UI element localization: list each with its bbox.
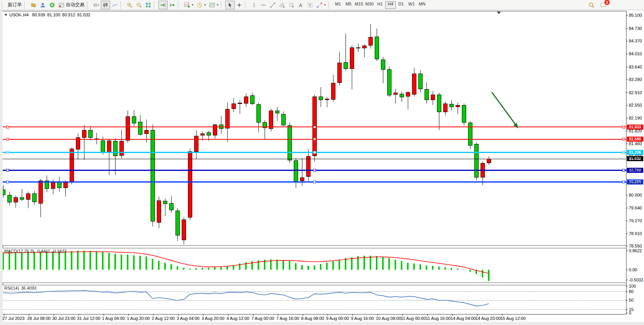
toolbar-grip xyxy=(245,2,248,9)
tab-timeframe-mn[interactable]: MN xyxy=(417,1,427,9)
line-chart-button[interactable] xyxy=(110,1,119,9)
macd-bar xyxy=(432,266,433,270)
tab-timeframe-w1[interactable]: W1 xyxy=(406,1,417,9)
macd-bar xyxy=(395,260,396,270)
text-icon: A xyxy=(298,2,304,8)
price-tick xyxy=(626,170,628,170)
macd-bar xyxy=(9,252,10,270)
community-button[interactable] xyxy=(38,1,47,9)
pane-separator[interactable] xyxy=(3,283,626,283)
pane-separator[interactable] xyxy=(3,245,626,246)
price-tick xyxy=(626,93,628,93)
macd-bar xyxy=(65,251,66,270)
templates-button[interactable]: ▾ xyxy=(207,1,220,9)
autotrading-button[interactable]: 自动交易 xyxy=(57,1,86,9)
price-tick xyxy=(626,183,628,183)
macd-bar xyxy=(239,264,240,270)
ohlc-open: 80.939 xyxy=(32,12,46,17)
zoom-out-button[interactable] xyxy=(134,1,144,9)
time-tick-label: 11 Aug 00:00 xyxy=(401,316,426,321)
bar-chart-button[interactable] xyxy=(91,1,101,9)
rsi-level-line xyxy=(3,309,626,310)
tab-timeframe-m1[interactable]: M1 xyxy=(333,1,343,9)
time-tick xyxy=(353,314,353,316)
equidistant-channel-button[interactable]: E xyxy=(277,1,287,9)
macd-bar xyxy=(469,270,471,272)
macd-label: MACD(12,26,9) xyxy=(4,249,34,253)
macd-pane[interactable] xyxy=(3,248,626,283)
line-chart-icon xyxy=(112,2,118,8)
periods-button[interactable]: ▾ xyxy=(195,1,207,9)
time-tick xyxy=(278,314,278,316)
search-button[interactable] xyxy=(587,1,596,9)
auto-scroll-button[interactable] xyxy=(158,1,168,9)
macd-bar xyxy=(426,265,427,270)
chevron-down-icon: ▾ xyxy=(324,3,326,7)
vertical-line-button[interactable] xyxy=(249,1,259,9)
rsi-level-line xyxy=(3,292,626,292)
chart-shift-button[interactable] xyxy=(168,1,177,9)
macd-bar xyxy=(457,269,458,270)
macd-bar xyxy=(195,268,197,270)
time-axis[interactable]: 27 Jul 202328 Jul 08:0030 Jul 23:0031 Ju… xyxy=(0,314,644,322)
tab-timeframe-m5[interactable]: M5 xyxy=(343,1,354,9)
macd-bar xyxy=(226,266,228,270)
text-button[interactable]: A xyxy=(296,1,305,9)
one-click-trading-icon[interactable] xyxy=(4,14,7,16)
time-tick xyxy=(128,314,129,316)
tab-timeframe-h4[interactable]: H4 xyxy=(385,1,396,9)
tab-timeframe-m15[interactable]: M15 xyxy=(354,1,364,9)
tab-timeframe-m30[interactable]: M30 xyxy=(364,1,375,9)
cursor-icon xyxy=(227,2,233,8)
signals-button[interactable] xyxy=(47,1,57,9)
price-tick xyxy=(626,221,628,221)
time-tick xyxy=(303,314,303,316)
time-tick-label: 31 Jul 12:00 xyxy=(77,316,100,321)
macd-scale-tick xyxy=(626,270,628,270)
trend-arrow[interactable] xyxy=(3,11,626,245)
crosshair-button[interactable] xyxy=(235,1,244,9)
macd-bar xyxy=(482,270,483,278)
price-axis[interactable]: 81.93381.58081.20680.70080.36981.03285.1… xyxy=(626,0,644,325)
macd-bar xyxy=(488,270,490,281)
fibonacci-button[interactable]: F xyxy=(287,1,296,9)
chart-header: USOil-,H4 80.939 81.100 80.912 81.032 xyxy=(4,12,90,17)
new-order-button[interactable]: 新订单 xyxy=(6,1,23,9)
tab-timeframe-d1[interactable]: D1 xyxy=(396,1,406,9)
text-label-button[interactable]: T xyxy=(305,1,315,9)
main-chart-pane[interactable] xyxy=(3,11,626,245)
macd-bar xyxy=(170,264,172,270)
market-button[interactable] xyxy=(29,1,38,9)
text-label-icon: T xyxy=(307,2,313,8)
macd-bar xyxy=(46,251,47,270)
arrow-objects-button[interactable]: ▾ xyxy=(315,1,327,9)
price-tick-label: 85.100 xyxy=(629,13,642,18)
macd-bar xyxy=(3,252,4,270)
chat-button[interactable]: 1 xyxy=(598,1,609,9)
macd-scale-tick xyxy=(626,280,628,280)
time-tick-label: 11 Aug 16:00 xyxy=(426,316,451,321)
chart-shift-marker[interactable] xyxy=(497,12,501,14)
time-tick-label: 9 Aug 00:00 xyxy=(326,316,349,321)
tile-windows-button[interactable] xyxy=(144,1,153,9)
price-tick-label: 84.370 xyxy=(629,39,642,43)
macd-bar xyxy=(108,253,110,270)
rsi-pane[interactable] xyxy=(3,285,626,314)
tab-timeframe-h1[interactable]: H1 xyxy=(375,1,385,9)
macd-bar xyxy=(407,263,409,270)
macd-bar xyxy=(96,251,97,270)
add-indicator-button[interactable]: ▾ xyxy=(182,1,195,9)
macd-bar xyxy=(83,251,85,270)
cursor-button[interactable] xyxy=(225,1,235,9)
macd-bar xyxy=(183,268,184,270)
rsi-scale-tick xyxy=(626,309,628,310)
trendline-button[interactable] xyxy=(268,1,277,9)
toolbar-grip xyxy=(178,2,181,9)
candlestick-chart-button[interactable] xyxy=(101,1,110,9)
time-tick xyxy=(203,314,204,316)
horizontal-line-button[interactable] xyxy=(259,1,268,9)
time-tick-label: 7 Aug 16:00 xyxy=(276,316,299,321)
zoom-in-button[interactable] xyxy=(125,1,134,9)
price-tick xyxy=(626,15,628,16)
chart-shift-icon xyxy=(169,2,175,8)
